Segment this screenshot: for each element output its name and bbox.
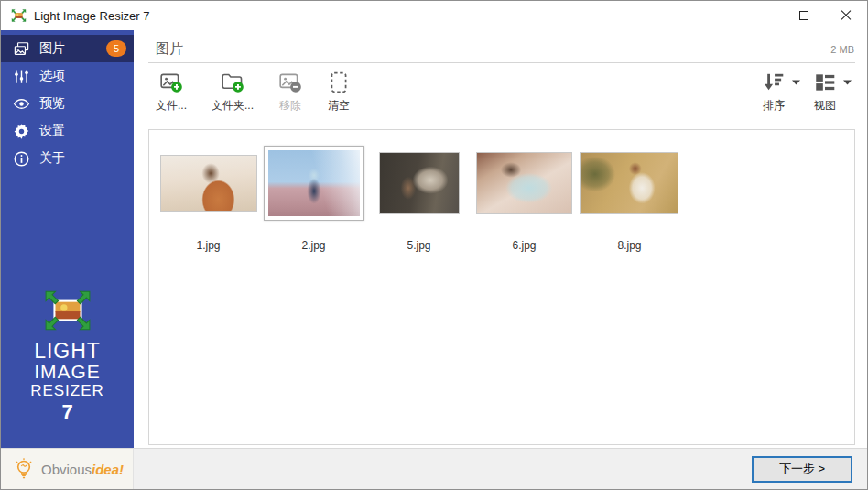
add-folder-icon (221, 71, 244, 94)
info-icon (13, 150, 30, 168)
thumbnail-item[interactable]: 6.jpg (472, 142, 577, 252)
logo-text-image: IMAGE (1, 362, 134, 382)
next-button[interactable]: 下一步 > (752, 456, 852, 483)
view-label: 视图 (814, 98, 836, 114)
view-dropdown-button[interactable] (842, 71, 852, 94)
logo-text-resizer: RESIZER (1, 382, 134, 400)
sidebar-item-label: 选项 (39, 68, 65, 84)
thumbnail-image (160, 155, 257, 212)
app-window: Light Image Resizer 7 图片 5 (0, 0, 868, 490)
sidebar-item-label: 图片 (39, 40, 65, 57)
sidebar-item-options[interactable]: 选项 (1, 62, 134, 90)
sidebar-item-label: 设置 (39, 123, 65, 139)
remove-button[interactable]: 移除 (278, 71, 302, 114)
brand-text-obvious: Obvious (41, 462, 92, 477)
toolbar-right: 排序 视图 (762, 71, 855, 114)
view-button[interactable]: 视图 (813, 71, 837, 114)
thumbnail-image-wrap (264, 142, 364, 224)
sort-icon (762, 71, 786, 94)
add-files-label: 文件... (156, 98, 187, 114)
toolbar: 文件... 文件夹... 移除 (134, 63, 867, 129)
images-icon (13, 40, 30, 58)
app-logo: LIGHT IMAGE RESIZER 7 (1, 289, 134, 424)
thumbnail-image (379, 152, 460, 214)
thumbnail-image (476, 152, 572, 214)
eye-icon (13, 95, 30, 113)
title-bar: Light Image Resizer 7 (1, 1, 867, 30)
thumbnail-row: 1.jpg 2.jpg 5.jpg (149, 130, 854, 252)
remove-image-icon (278, 71, 302, 94)
bottom-bar: Obviousidea! 下一步 > (1, 448, 867, 489)
sidebar-item-label: 关于 (39, 150, 65, 167)
thumbnail-image (268, 150, 360, 216)
clear-button[interactable]: 清空 (327, 71, 351, 114)
sort-dropdown-button[interactable] (791, 71, 800, 94)
thumbnail-filename: 2.jpg (301, 239, 325, 252)
thumbnail-image-wrap (476, 142, 572, 224)
sidebar-item-about[interactable]: 关于 (1, 145, 134, 172)
remove-label: 移除 (279, 98, 301, 114)
next-area: 下一步 > (134, 448, 867, 489)
window-title: Light Image Resizer 7 (34, 9, 149, 23)
sort-button[interactable]: 排序 (762, 71, 786, 114)
thumbnail-item[interactable]: 1.jpg (156, 142, 261, 252)
thumbnail-image-wrap (160, 142, 257, 224)
maximize-button[interactable] (783, 1, 825, 30)
view-icon (813, 71, 837, 94)
sidebar-nav: 图片 5 选项 预览 (1, 30, 134, 172)
page-title: 图片 (156, 40, 183, 58)
minimize-icon (757, 16, 767, 16)
resizer-logo-icon (43, 289, 92, 332)
selection-frame (264, 146, 364, 221)
thumbnail-item[interactable]: 8.jpg (577, 142, 682, 252)
thumbnail-item[interactable]: 5.jpg (366, 142, 472, 252)
page-header: 图片 2 MB (134, 30, 867, 62)
sidebar-item-preview[interactable]: 预览 (1, 90, 134, 117)
image-list-panel: 1.jpg 2.jpg 5.jpg (148, 129, 855, 445)
window-controls (741, 1, 867, 30)
thumbnail-image-wrap (580, 142, 678, 224)
add-image-icon (159, 71, 183, 94)
thumbnail-filename: 6.jpg (512, 239, 536, 252)
chevron-down-icon (792, 80, 800, 85)
clear-label: 清空 (328, 98, 350, 114)
close-icon (841, 10, 852, 21)
add-folder-label: 文件夹... (212, 98, 254, 114)
options-icon (13, 68, 30, 85)
thumbnail-filename: 5.jpg (407, 239, 430, 252)
thumbnail-filename: 8.jpg (617, 239, 641, 252)
app-icon (11, 8, 27, 23)
obviousidea-brand: Obviousidea! (1, 448, 134, 489)
clear-icon (327, 71, 351, 94)
thumbnail-item-selected[interactable]: 2.jpg (261, 142, 366, 252)
minimize-button[interactable] (741, 1, 783, 30)
add-files-button[interactable]: 文件... (156, 71, 187, 114)
logo-text-light: LIGHT (1, 340, 134, 362)
gear-icon (13, 123, 30, 140)
sidebar-item-images[interactable]: 图片 5 (1, 35, 134, 62)
sidebar-item-settings[interactable]: 设置 (1, 117, 134, 145)
add-folder-button[interactable]: 文件夹... (212, 71, 254, 114)
main-area: 图片 2 MB 文件... 文件夹 (134, 30, 867, 448)
logo-text-version: 7 (1, 400, 134, 424)
total-size-label: 2 MB (830, 44, 854, 55)
lightbulb-icon (12, 457, 36, 481)
sidebar: 图片 5 选项 预览 (1, 30, 134, 448)
sort-label: 排序 (763, 98, 785, 114)
chevron-down-icon (843, 80, 852, 85)
close-button[interactable] (825, 1, 867, 30)
thumbnail-image-wrap (379, 142, 460, 224)
thumbnail-filename: 1.jpg (196, 239, 220, 252)
maximize-icon (799, 11, 808, 20)
sidebar-item-label: 预览 (39, 95, 65, 112)
image-count-badge: 5 (106, 40, 126, 57)
brand-text-idea: idea! (92, 462, 124, 477)
thumbnail-image (580, 152, 678, 214)
